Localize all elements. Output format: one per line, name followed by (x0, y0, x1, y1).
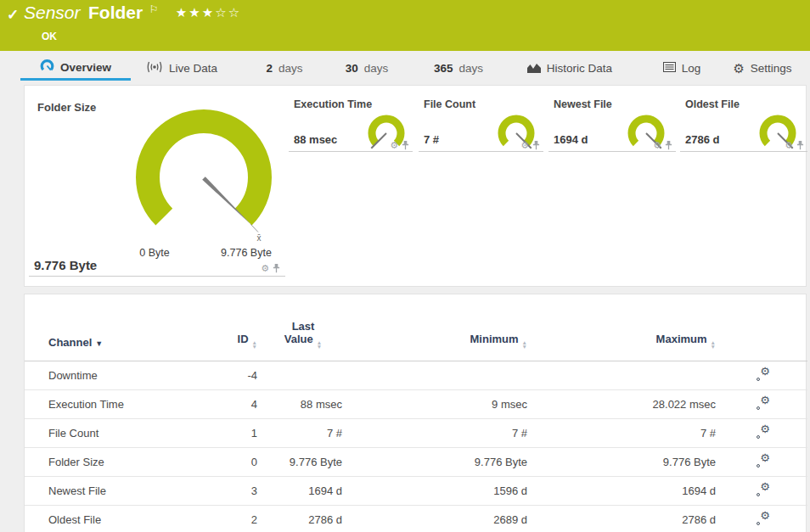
status-check-icon: ✓ (7, 6, 19, 24)
execution-time-gauge-tile: Execution Time 88 msec ⚙ (289, 92, 413, 152)
gauge-settings-icon[interactable]: ⚙ (785, 141, 793, 150)
channel-name: File Count (25, 419, 205, 448)
pin-icon[interactable] (273, 264, 280, 273)
file-count-gauge-tile: File Count 7 # ⚙ (419, 92, 543, 152)
channel-last-value: 88 msec (261, 390, 346, 419)
sort-icon: ▲▼ (522, 340, 527, 349)
channel-minimum: 9 msec (346, 390, 531, 419)
tab-settings[interactable]: ⚙ Settings (722, 56, 803, 81)
channel-settings-icon[interactable]: ⚙ (757, 368, 770, 381)
tab-overview[interactable]: Overview (20, 56, 131, 81)
gauge-title: Newest File (554, 98, 612, 110)
gauges-panel: Folder Size x̄ 0 Byte 9.776 Byte 9.776 B… (24, 85, 807, 287)
folder-size-gauge: x̄ (131, 106, 277, 250)
table-row-folder-size: Folder Size 0 9.776 Byte 9.776 Byte 9.77… (25, 448, 807, 477)
channel-last-value: 2786 d (261, 506, 346, 532)
gauge-value: 9.776 Byte (34, 258, 97, 272)
tab-365-days[interactable]: 365 days (421, 56, 496, 81)
channel-minimum: 7 # (346, 419, 531, 448)
column-header-maximum[interactable]: Maximum▲▼ (531, 294, 719, 361)
average-marker: x̄ (257, 233, 262, 243)
gauge-value: 88 msec (294, 133, 337, 146)
channel-minimum: 1596 d (346, 477, 531, 506)
column-header-edit (719, 294, 807, 361)
pin-icon[interactable] (402, 141, 409, 150)
pin-icon[interactable] (665, 141, 672, 150)
gauge-scale-min: 0 Byte (125, 247, 184, 259)
sort-icon: ▲▼ (711, 340, 716, 349)
table-row-newest-file: Newest File 3 1694 d 1596 d 1694 d ⚙ (25, 477, 807, 506)
channel-settings-icon[interactable]: ⚙ (757, 484, 770, 496)
gauge-icon (40, 59, 54, 75)
table-row-execution-time: Execution Time 4 88 msec 9 msec 28.022 m… (25, 390, 807, 419)
channel-maximum: 1694 d (531, 477, 719, 506)
live-data-icon (146, 61, 163, 76)
channel-settings-icon[interactable]: ⚙ (757, 426, 770, 439)
gauge-title: Oldest File (685, 98, 740, 110)
channel-name: Execution Time (25, 390, 205, 419)
tab-2-days[interactable]: 2 days (253, 56, 316, 81)
channel-settings-icon[interactable]: ⚙ (757, 512, 770, 525)
newest-file-gauge-tile: Newest File 1694 d ⚙ (548, 92, 676, 152)
channel-last-value: 9.776 Byte (261, 448, 346, 477)
gauge-value: 1694 d (554, 133, 588, 146)
column-header-minimum[interactable]: Minimum▲▼ (346, 294, 531, 361)
table-header-row: Channel▼ ID▲▼ Last Value▲▼ Minimum▲▼ Max… (25, 294, 807, 361)
historic-data-icon (527, 62, 541, 76)
priority-stars[interactable]: ★★★☆☆ (176, 5, 241, 20)
channel-settings-icon[interactable]: ⚙ (757, 397, 770, 410)
channel-id: 3 (205, 477, 261, 506)
flag-icon: ⚐ (149, 3, 159, 15)
sort-icon: ▲▼ (317, 340, 322, 349)
channel-last-value: 1694 d (261, 477, 346, 506)
channels-panel: Channel▼ ID▲▼ Last Value▲▼ Minimum▲▼ Max… (24, 294, 807, 532)
channel-id: -4 (205, 361, 261, 390)
sensor-header: ✓ Sensor Folder ⚐ ★★★☆☆ OK (0, 0, 810, 51)
channels-table: Channel▼ ID▲▼ Last Value▲▼ Minimum▲▼ Max… (25, 294, 807, 532)
channel-id: 0 (205, 448, 261, 477)
gauge-value: 2786 d (685, 133, 719, 146)
chevron-down-icon: ▼ (95, 339, 103, 348)
gauge-title: File Count (424, 98, 475, 110)
tab-live-data[interactable]: Live Data (134, 56, 229, 81)
table-row-file-count: File Count 1 7 # 7 # 7 # ⚙ (25, 419, 807, 448)
gauge-settings-icon[interactable]: ⚙ (261, 264, 269, 273)
status-badge: OK (42, 31, 57, 42)
sort-icon: ▲▼ (252, 340, 257, 349)
channel-maximum: 9.776 Byte (531, 448, 719, 477)
tab-bar: Overview Live Data 2 days 30 days (0, 51, 810, 82)
channel-last-value (261, 361, 346, 390)
channel-name: Folder Size (25, 448, 205, 477)
sensor-title: Sensor Folder ⚐ ★★★☆☆ (24, 3, 241, 23)
column-header-last-value[interactable]: Last Value▲▼ (261, 294, 346, 361)
column-header-id[interactable]: ID▲▼ (205, 294, 261, 361)
log-icon (663, 62, 676, 75)
pin-icon[interactable] (796, 141, 804, 150)
gauge-settings-icon[interactable]: ⚙ (390, 141, 398, 150)
gauge-value: 7 # (424, 133, 439, 146)
channel-maximum: 2786 d (531, 506, 719, 532)
channel-maximum: 7 # (531, 419, 719, 448)
channel-maximum (531, 361, 719, 390)
column-header-channel[interactable]: Channel▼ (25, 294, 205, 361)
gauge-settings-icon[interactable]: ⚙ (520, 141, 529, 150)
tab-30-days[interactable]: 30 days (331, 56, 402, 81)
gauge-settings-icon[interactable]: ⚙ (653, 141, 661, 150)
gear-icon: ⚙ (733, 62, 744, 75)
channel-minimum: 2689 d (346, 506, 531, 532)
tab-log[interactable]: Log (654, 56, 710, 81)
channel-settings-icon[interactable]: ⚙ (757, 455, 770, 468)
gauge-title: Folder Size (37, 101, 96, 114)
gauge-scale-max: 9.776 Byte (207, 247, 285, 259)
sensor-name: Folder (88, 3, 143, 22)
channel-id: 2 (205, 506, 261, 532)
prtg-sensor-page: ✓ Sensor Folder ⚐ ★★★☆☆ OK Overview (0, 0, 810, 532)
channel-minimum (346, 361, 531, 390)
channel-id: 4 (205, 390, 261, 419)
pin-icon[interactable] (532, 141, 540, 150)
channel-name: Downtime (25, 361, 205, 390)
channel-name: Newest File (25, 477, 205, 506)
channel-name: Oldest File (25, 506, 205, 532)
tab-historic-data[interactable]: Historic Data (518, 56, 622, 81)
table-row-oldest-file: Oldest File 2 2786 d 2689 d 2786 d ⚙ (25, 506, 807, 532)
